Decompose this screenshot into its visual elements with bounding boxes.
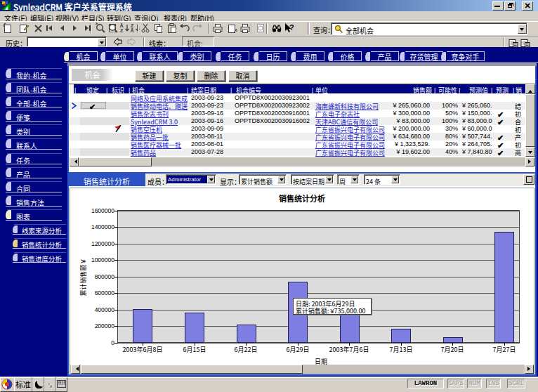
svg-text:?: ?: [289, 22, 294, 32]
svg-text:A: A: [130, 27, 134, 34]
svg-text:Z: Z: [120, 27, 124, 34]
